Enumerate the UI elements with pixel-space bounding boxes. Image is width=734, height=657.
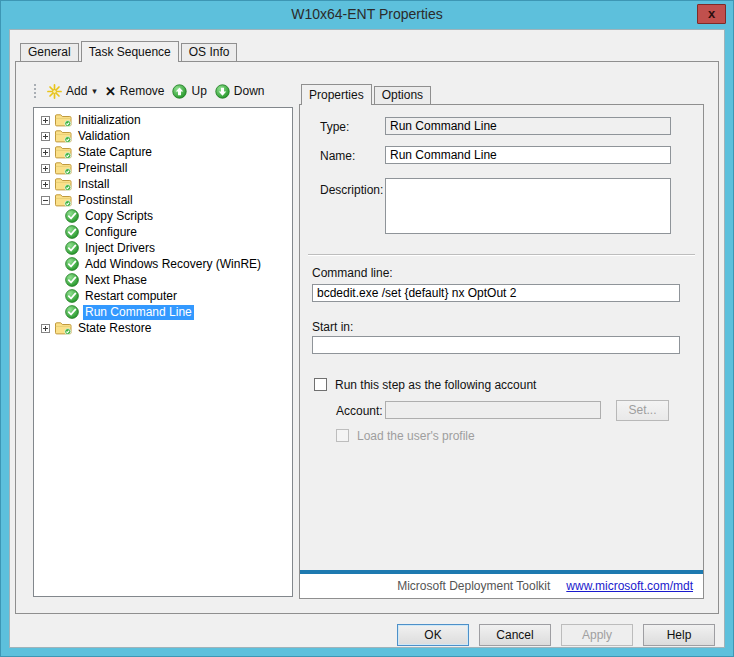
step-check-icon <box>65 225 79 239</box>
tree-item-label: Copy Scripts <box>83 209 155 224</box>
step-check-icon <box>65 289 79 303</box>
down-arrow-icon <box>215 84 230 99</box>
load-profile-checkbox <box>336 429 349 442</box>
start-in-label: Start in: <box>312 320 353 334</box>
titlebar[interactable]: W10x64-ENT Properties x <box>1 1 733 29</box>
tree-item-next-phase[interactable]: Next Phase <box>34 272 292 288</box>
description-label: Description: <box>320 183 383 197</box>
move-down-button[interactable]: Down <box>211 82 269 101</box>
tree-item-label: Restart computer <box>83 289 179 304</box>
expand-toggle-icon[interactable] <box>41 148 50 157</box>
up-button-label: Up <box>191 84 206 98</box>
tree-item-label: Postinstall <box>76 193 135 208</box>
remove-x-icon: ✕ <box>105 84 116 99</box>
close-icon: x <box>708 6 715 21</box>
tree-item-state-capture[interactable]: State Capture <box>34 144 292 160</box>
close-button[interactable]: x <box>697 4 726 24</box>
tab-os-info[interactable]: OS Info <box>181 43 238 61</box>
description-field[interactable] <box>385 178 671 234</box>
tree-item-label: Next Phase <box>83 273 149 288</box>
folder-icon <box>55 177 72 191</box>
type-field <box>385 117 671 135</box>
tree-item-add-windows-recovery-winre[interactable]: Add Windows Recovery (WinRE) <box>34 256 292 272</box>
tree-item-label: Preinstall <box>76 161 129 176</box>
toolbar-grip-handle[interactable] <box>33 83 37 99</box>
tab-options[interactable]: Options <box>374 86 431 104</box>
tab-general[interactable]: General <box>20 43 79 61</box>
folder-icon <box>55 193 72 207</box>
step-check-icon <box>65 273 79 287</box>
collapse-toggle-icon[interactable] <box>41 196 50 205</box>
folder-icon <box>55 321 72 335</box>
account-label: Account: <box>336 404 383 418</box>
help-button[interactable]: Help <box>643 624 715 646</box>
add-starburst-icon <box>47 84 62 99</box>
folder-icon <box>55 161 72 175</box>
expand-toggle-icon[interactable] <box>41 164 50 173</box>
type-label: Type: <box>320 120 349 134</box>
task-sequence-tree[interactable]: InitializationValidationState CapturePre… <box>33 107 293 597</box>
expand-toggle-icon[interactable] <box>41 132 50 141</box>
folder-icon <box>55 145 72 159</box>
tree-item-run-command-line[interactable]: Run Command Line <box>34 304 292 320</box>
tree-item-label: State Capture <box>76 145 154 160</box>
start-in-field[interactable] <box>312 336 680 354</box>
account-field <box>385 401 601 419</box>
add-button-label: Add <box>66 84 87 98</box>
tree-item-label: Add Windows Recovery (WinRE) <box>83 257 263 272</box>
mdt-footer: Microsoft Deployment Toolkit www.microso… <box>300 570 703 598</box>
tab-properties[interactable]: Properties <box>301 84 372 105</box>
step-check-icon <box>65 257 79 271</box>
apply-button: Apply <box>561 624 633 646</box>
command-line-field[interactable] <box>312 284 680 302</box>
section-separator <box>308 254 695 256</box>
step-check-icon <box>65 209 79 223</box>
name-field[interactable] <box>385 146 671 164</box>
tree-item-label: Validation <box>76 129 132 144</box>
run-as-account-label: Run this step as the following account <box>335 378 536 392</box>
step-tab-strip: Properties Options <box>301 84 704 104</box>
tree-item-validation[interactable]: Validation <box>34 128 292 144</box>
tree-item-inject-drivers[interactable]: Inject Drivers <box>34 240 292 256</box>
ok-button[interactable]: OK <box>397 624 469 646</box>
tree-item-configure[interactable]: Configure <box>34 224 292 240</box>
tree-item-restart-computer[interactable]: Restart computer <box>34 288 292 304</box>
dialog-button-row: OK Cancel Apply Help <box>10 624 715 646</box>
command-line-label: Command line: <box>312 266 393 280</box>
dialog-body: General Task Sequence OS Info Add <box>9 29 725 648</box>
step-check-icon <box>65 305 79 319</box>
name-label: Name: <box>320 149 355 163</box>
expand-toggle-icon[interactable] <box>41 116 50 125</box>
add-button[interactable]: Add ▾ <box>43 82 101 101</box>
mdt-link[interactable]: www.microsoft.com/mdt <box>566 579 693 593</box>
tree-item-label: Inject Drivers <box>83 241 157 256</box>
task-sequence-page: Add ▾ ✕ Remove Up <box>15 61 719 614</box>
tree-item-install[interactable]: Install <box>34 176 292 192</box>
tree-item-label: Run Command Line <box>83 305 194 320</box>
cancel-button[interactable]: Cancel <box>479 624 551 646</box>
tree-item-state-restore[interactable]: State Restore <box>34 320 292 336</box>
move-up-button[interactable]: Up <box>168 82 210 101</box>
window-title: W10x64-ENT Properties <box>1 6 733 22</box>
properties-tab-page: Type: Name: Description: Command line: S… <box>299 104 704 599</box>
expand-toggle-icon[interactable] <box>41 180 50 189</box>
tree-item-postinstall[interactable]: Postinstall <box>34 192 292 208</box>
run-as-account-checkbox[interactable] <box>314 378 327 391</box>
remove-button[interactable]: ✕ Remove <box>101 82 169 101</box>
add-dropdown-caret-icon[interactable]: ▾ <box>92 86 97 96</box>
tree-item-copy-scripts[interactable]: Copy Scripts <box>34 208 292 224</box>
tree-toolbar: Add ▾ ✕ Remove Up <box>33 80 293 102</box>
tree-item-label: Install <box>76 177 111 192</box>
tab-task-sequence[interactable]: Task Sequence <box>81 41 179 62</box>
tree-item-preinstall[interactable]: Preinstall <box>34 160 292 176</box>
tree-item-initialization[interactable]: Initialization <box>34 112 292 128</box>
folder-icon <box>55 129 72 143</box>
up-arrow-icon <box>172 84 187 99</box>
tree-item-label: Initialization <box>76 113 143 128</box>
mdt-footer-text: Microsoft Deployment Toolkit <box>397 579 550 593</box>
properties-dialog: W10x64-ENT Properties x General Task Seq… <box>0 0 734 657</box>
remove-button-label: Remove <box>120 84 165 98</box>
down-button-label: Down <box>234 84 265 98</box>
set-account-button: Set... <box>616 400 669 421</box>
expand-toggle-icon[interactable] <box>41 324 50 333</box>
